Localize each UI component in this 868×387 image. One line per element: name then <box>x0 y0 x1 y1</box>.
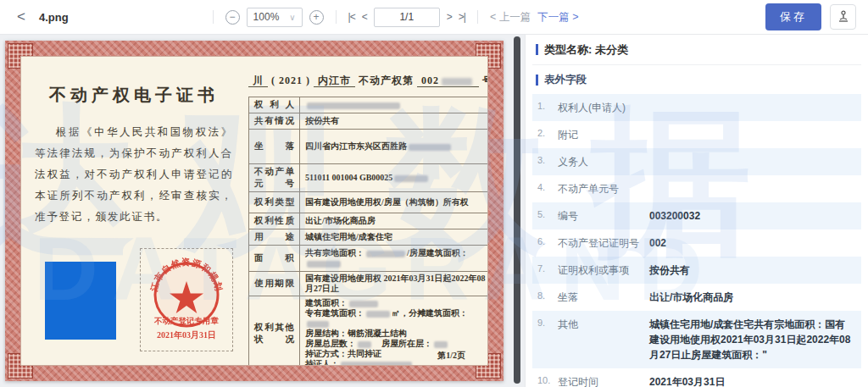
field-number: 8. <box>537 290 558 301</box>
certificate-document: 不动产权电子证书 根据《中华人民共和国物权法》等法律法规，为保护不动产权利人合法… <box>5 41 504 381</box>
field-label: 登记时间 <box>558 374 649 387</box>
redacted-text <box>394 175 428 182</box>
field-number: 9. <box>537 317 558 328</box>
redacted-text <box>307 102 400 109</box>
field-label: 编号 <box>558 208 649 224</box>
field-value: 城镇住宅用地/成套住宅共有宗地面积：国有建设用地使用权2021年03月31日起2… <box>649 317 853 362</box>
cert-field-value: 出让/市场化商品房 <box>300 213 488 229</box>
field-row[interactable]: 4.不动产单元号 <box>532 175 861 202</box>
cert-field-label: 坐落 <box>249 130 300 163</box>
field-label: 义务人 <box>558 154 649 169</box>
cert-field-value: 国有建设用地使用权/房屋（构筑物）所有权 <box>300 192 488 213</box>
field-row[interactable]: 1.权利人(申请人) <box>532 94 861 121</box>
field-number: 6. <box>537 235 558 246</box>
accent-bar <box>536 75 538 86</box>
certificate-body-text: 根据《中华人民共和国物权法》等法律法规，为保护不动产权利人合法权益，对不动产权利… <box>35 122 233 228</box>
zoom-in-button[interactable]: + <box>309 10 324 25</box>
next-page-icon[interactable]: > <box>447 11 452 23</box>
zoom-level-select[interactable]: 100% ∨ <box>247 8 303 27</box>
cert-field-label: 不动产单元号 <box>249 164 300 191</box>
seal-icon: 内江市自然资源和规划局 不动产登记专用章 2021年03月31日 <box>142 251 231 346</box>
cert-table-row: 不动产单元号511011 001004 GB00025 <box>249 163 488 191</box>
cert-table-row: 共有情况按份共有 <box>249 113 488 129</box>
cert-field-label: 权利其他状况 <box>249 296 300 366</box>
cert-field-label: 共有情况 <box>249 113 300 129</box>
field-row[interactable]: 9.其他城镇住宅用地/成套住宅共有宗地面积：国有建设用地使用权2021年03月3… <box>532 311 861 368</box>
field-value: 2021年03月31日 <box>649 374 853 387</box>
certificate-table: 权利人共有情况按份共有坐落四川省内江市东兴区西胜路不动产单元号511011 00… <box>248 97 488 366</box>
field-row[interactable]: 2.附记 <box>532 121 861 148</box>
type-name-label: 类型名称: 未分类 <box>544 42 628 58</box>
field-row[interactable]: 10.登记时间2021年03月31日 <box>532 368 861 387</box>
cert-field-value: 城镇住宅用地/成套住宅 <box>300 229 488 245</box>
previous-doc-link[interactable]: < 上一篇 <box>490 10 531 25</box>
page-marker: 第1/2页 <box>437 350 465 362</box>
field-row[interactable]: 6.不动产登记证明号002 <box>532 229 861 257</box>
cert-table-row: 权利人 <box>249 97 488 113</box>
svg-text:不动产登记专用章: 不动产登记专用章 <box>153 316 220 325</box>
redacted-text <box>358 341 371 348</box>
field-label: 证明权利或事项 <box>558 263 649 278</box>
field-number: 10. <box>537 374 558 385</box>
certificate-number-line: 川 ( 2021 ) 内江市 不动产权第 002 号 <box>248 74 488 88</box>
field-row[interactable]: 5.编号003200032 <box>532 202 861 229</box>
toolbar: < 4.png − 100% ∨ + |< < > >| < 上一篇 下一篇 >… <box>0 0 868 35</box>
redacted-text <box>409 144 451 151</box>
cert-field-label: 用途 <box>249 229 300 245</box>
cert-field-value: 511011 001004 GB00025 <box>300 164 488 191</box>
redacted-text <box>442 78 472 86</box>
next-doc-link[interactable]: 下一篇 > <box>537 10 578 25</box>
prev-page-icon[interactable]: < <box>362 11 367 23</box>
field-value: 003200032 <box>649 208 853 224</box>
stamp-icon <box>837 10 850 24</box>
field-number: 5. <box>537 208 558 219</box>
file-name: 4.png <box>39 11 69 24</box>
cert-field-value: 四川省内江市东兴区西胜路 <box>300 130 488 163</box>
stamp-button[interactable] <box>830 4 856 30</box>
document-viewer: 不动产权电子证书 根据《中华人民共和国物权法》等法律法规，为保护不动产权利人合法… <box>0 35 525 387</box>
save-button[interactable]: 保存 <box>765 3 821 30</box>
redacted-text <box>366 311 390 318</box>
first-page-icon[interactable]: |< <box>348 11 355 23</box>
cert-field-value: 共有宗地面积：/房屋建筑面积： <box>300 246 488 271</box>
field-label: 附记 <box>558 127 649 142</box>
cert-field-label: 权利人 <box>249 97 300 113</box>
last-page-icon[interactable]: >| <box>459 11 465 23</box>
page-input[interactable] <box>374 8 440 27</box>
svg-text:2021年03月31日: 2021年03月31日 <box>157 330 216 340</box>
certificate-paper: 不动产权电子证书 根据《中华人民共和国物权法》等法律法规，为保护不动产权利人合法… <box>20 56 488 366</box>
back-icon[interactable]: < <box>12 8 31 25</box>
redacted-text <box>307 261 341 268</box>
zoom-level-value: 100% <box>253 11 280 23</box>
redacted-text <box>307 321 329 328</box>
section-title: 表外字段 <box>544 73 587 87</box>
cert-number: 002 <box>421 75 439 86</box>
field-number: 2. <box>537 127 558 138</box>
field-label: 不动产登记证明号 <box>558 235 649 251</box>
type-header: 类型名称: 未分类 <box>532 35 861 65</box>
field-row[interactable]: 3.义务人 <box>532 148 861 175</box>
viewer-scrollbar[interactable] <box>514 36 520 384</box>
cert-number-prefix: 不动产权第 <box>359 75 414 86</box>
cert-city: 内江市 <box>314 75 355 87</box>
fields-panel: 类型名称: 未分类 表外字段 1.权利人(申请人)2.附记3.义务人4.不动产单… <box>525 35 868 387</box>
field-number: 7. <box>537 263 558 274</box>
redacted-text <box>434 341 448 348</box>
cert-field-value <box>300 97 488 113</box>
divider <box>213 10 214 24</box>
field-value: 002 <box>649 235 853 251</box>
field-label: 其他 <box>558 317 649 332</box>
cert-field-value: 国有建设用地使用权 2021年03月31日起2022年08月27日止 <box>300 272 488 296</box>
field-row[interactable]: 7.证明权利或事项按份共有 <box>532 257 861 284</box>
field-label: 权利人(申请人) <box>558 100 649 115</box>
field-value: 按份共有 <box>649 263 853 278</box>
divider <box>336 10 337 24</box>
field-number: 1. <box>537 100 558 111</box>
redacted-text <box>349 301 378 307</box>
official-seal: 内江市自然资源和规划局 不动产登记专用章 2021年03月31日 <box>140 248 233 351</box>
certificate-title: 不动产权电子证书 <box>35 84 233 107</box>
field-label: 不动产单元号 <box>558 181 649 196</box>
cert-table-row: 使用期限国有建设用地使用权 2021年03月31日起2022年08月27日止 <box>249 271 488 296</box>
zoom-out-button[interactable]: − <box>225 10 240 25</box>
field-row[interactable]: 8.坐落出让/市场化商品房 <box>532 284 861 311</box>
